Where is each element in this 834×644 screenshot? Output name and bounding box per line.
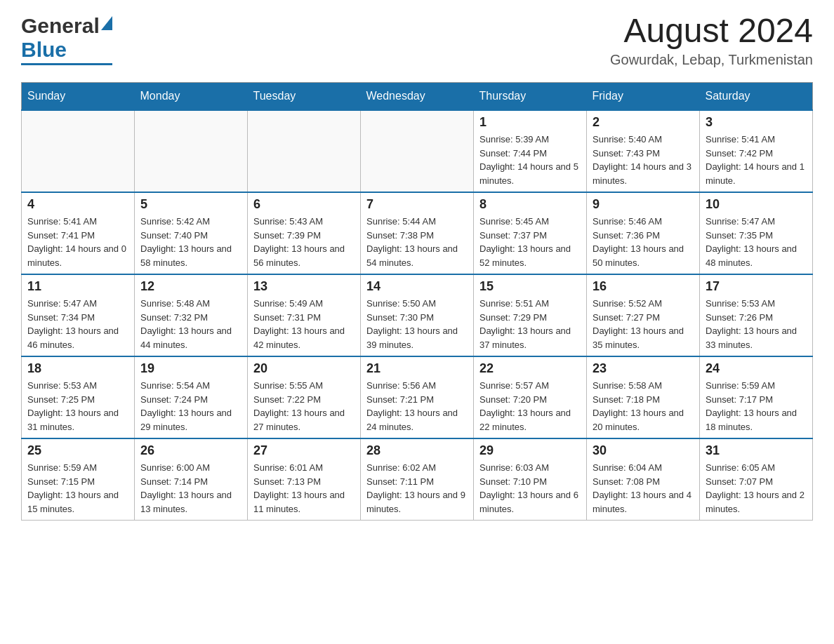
calendar-cell: 8Sunrise: 5:45 AM Sunset: 7:37 PM Daylig…	[474, 192, 587, 274]
weekday-header-thursday: Thursday	[474, 83, 587, 111]
day-info: Sunrise: 6:02 AM Sunset: 7:11 PM Dayligh…	[366, 461, 468, 516]
day-info: Sunrise: 5:47 AM Sunset: 7:34 PM Dayligh…	[27, 297, 128, 351]
calendar-cell: 31Sunrise: 6:05 AM Sunset: 7:07 PM Dayli…	[700, 438, 813, 521]
day-info: Sunrise: 5:53 AM Sunset: 7:25 PM Dayligh…	[27, 379, 128, 434]
day-info: Sunrise: 5:50 AM Sunset: 7:30 PM Dayligh…	[366, 297, 468, 351]
calendar-cell: 23Sunrise: 5:58 AM Sunset: 7:18 PM Dayli…	[587, 356, 700, 438]
weekday-row: SundayMondayTuesdayWednesdayThursdayFrid…	[22, 83, 813, 111]
day-number: 23	[593, 361, 694, 376]
logo-blue-text: Blue	[21, 38, 67, 62]
calendar-cell: 2Sunrise: 5:40 AM Sunset: 7:43 PM Daylig…	[587, 110, 700, 192]
day-info: Sunrise: 5:51 AM Sunset: 7:29 PM Dayligh…	[479, 297, 581, 351]
day-info: Sunrise: 5:41 AM Sunset: 7:42 PM Dayligh…	[706, 133, 807, 187]
location-label: Gowurdak, Lebap, Turkmenistan	[610, 52, 813, 68]
day-number: 9	[593, 197, 694, 212]
calendar-cell	[361, 110, 474, 192]
calendar-cell: 15Sunrise: 5:51 AM Sunset: 7:29 PM Dayli…	[474, 274, 587, 356]
day-number: 6	[253, 197, 355, 212]
calendar-cell: 13Sunrise: 5:49 AM Sunset: 7:31 PM Dayli…	[248, 274, 361, 356]
calendar-cell	[22, 110, 135, 192]
calendar-cell: 6Sunrise: 5:43 AM Sunset: 7:39 PM Daylig…	[248, 192, 361, 274]
calendar-cell: 20Sunrise: 5:55 AM Sunset: 7:22 PM Dayli…	[248, 356, 361, 438]
weekday-header-saturday: Saturday	[700, 83, 813, 111]
day-number: 11	[27, 279, 128, 294]
calendar-cell: 22Sunrise: 5:57 AM Sunset: 7:20 PM Dayli…	[474, 356, 587, 438]
day-info: Sunrise: 5:42 AM Sunset: 7:40 PM Dayligh…	[140, 215, 241, 269]
calendar-cell: 11Sunrise: 5:47 AM Sunset: 7:34 PM Dayli…	[22, 274, 135, 356]
month-year-title: August 2024	[610, 14, 813, 48]
day-info: Sunrise: 5:59 AM Sunset: 7:17 PM Dayligh…	[706, 379, 807, 434]
calendar-week-5: 25Sunrise: 5:59 AM Sunset: 7:15 PM Dayli…	[22, 438, 813, 521]
day-info: Sunrise: 5:49 AM Sunset: 7:31 PM Dayligh…	[253, 297, 355, 351]
calendar-cell: 7Sunrise: 5:44 AM Sunset: 7:38 PM Daylig…	[361, 192, 474, 274]
weekday-header-friday: Friday	[587, 83, 700, 111]
calendar-cell: 26Sunrise: 6:00 AM Sunset: 7:14 PM Dayli…	[135, 438, 248, 521]
day-number: 20	[253, 361, 355, 376]
day-info: Sunrise: 5:52 AM Sunset: 7:27 PM Dayligh…	[593, 297, 694, 351]
day-info: Sunrise: 5:56 AM Sunset: 7:21 PM Dayligh…	[366, 379, 468, 434]
weekday-header-wednesday: Wednesday	[361, 83, 474, 111]
calendar-cell	[248, 110, 361, 192]
calendar-cell: 21Sunrise: 5:56 AM Sunset: 7:21 PM Dayli…	[361, 356, 474, 438]
weekday-header-tuesday: Tuesday	[248, 83, 361, 111]
day-info: Sunrise: 6:01 AM Sunset: 7:13 PM Dayligh…	[253, 461, 355, 516]
day-number: 24	[706, 361, 807, 376]
day-number: 13	[253, 279, 355, 294]
title-section: August 2024 Gowurdak, Lebap, Turkmenista…	[610, 14, 813, 68]
day-number: 27	[253, 443, 355, 458]
calendar-week-4: 18Sunrise: 5:53 AM Sunset: 7:25 PM Dayli…	[22, 356, 813, 438]
day-info: Sunrise: 6:00 AM Sunset: 7:14 PM Dayligh…	[140, 461, 241, 516]
day-number: 30	[593, 443, 694, 458]
day-number: 25	[27, 443, 128, 458]
day-info: Sunrise: 5:46 AM Sunset: 7:36 PM Dayligh…	[593, 215, 694, 269]
calendar-cell: 1Sunrise: 5:39 AM Sunset: 7:44 PM Daylig…	[474, 110, 587, 192]
day-number: 22	[479, 361, 581, 376]
day-number: 26	[140, 443, 241, 458]
day-number: 7	[366, 197, 468, 212]
day-info: Sunrise: 5:57 AM Sunset: 7:20 PM Dayligh…	[479, 379, 581, 434]
calendar-cell: 16Sunrise: 5:52 AM Sunset: 7:27 PM Dayli…	[587, 274, 700, 356]
calendar-cell: 17Sunrise: 5:53 AM Sunset: 7:26 PM Dayli…	[700, 274, 813, 356]
calendar-week-3: 11Sunrise: 5:47 AM Sunset: 7:34 PM Dayli…	[22, 274, 813, 356]
calendar-cell: 4Sunrise: 5:41 AM Sunset: 7:41 PM Daylig…	[22, 192, 135, 274]
calendar-cell: 18Sunrise: 5:53 AM Sunset: 7:25 PM Dayli…	[22, 356, 135, 438]
day-number: 10	[706, 197, 807, 212]
day-number: 1	[479, 115, 581, 130]
day-number: 12	[140, 279, 241, 294]
day-info: Sunrise: 5:44 AM Sunset: 7:38 PM Dayligh…	[366, 215, 468, 269]
logo-triangle-icon	[101, 16, 112, 30]
logo: General Blue	[21, 14, 112, 65]
day-info: Sunrise: 5:55 AM Sunset: 7:22 PM Dayligh…	[253, 379, 355, 434]
day-number: 19	[140, 361, 241, 376]
weekday-header-sunday: Sunday	[22, 83, 135, 111]
calendar-cell: 3Sunrise: 5:41 AM Sunset: 7:42 PM Daylig…	[700, 110, 813, 192]
calendar-cell: 9Sunrise: 5:46 AM Sunset: 7:36 PM Daylig…	[587, 192, 700, 274]
calendar-cell: 27Sunrise: 6:01 AM Sunset: 7:13 PM Dayli…	[248, 438, 361, 521]
calendar-cell: 30Sunrise: 6:04 AM Sunset: 7:08 PM Dayli…	[587, 438, 700, 521]
calendar-cell: 25Sunrise: 5:59 AM Sunset: 7:15 PM Dayli…	[22, 438, 135, 521]
day-number: 8	[479, 197, 581, 212]
weekday-header-monday: Monday	[135, 83, 248, 111]
calendar-body: 1Sunrise: 5:39 AM Sunset: 7:44 PM Daylig…	[22, 110, 813, 521]
day-info: Sunrise: 5:39 AM Sunset: 7:44 PM Dayligh…	[479, 133, 581, 187]
logo-general-text: General	[21, 14, 100, 38]
calendar-cell: 5Sunrise: 5:42 AM Sunset: 7:40 PM Daylig…	[135, 192, 248, 274]
page-header: General Blue August 2024 Gowurdak, Lebap…	[21, 14, 813, 68]
day-info: Sunrise: 6:03 AM Sunset: 7:10 PM Dayligh…	[479, 461, 581, 516]
calendar-cell: 12Sunrise: 5:48 AM Sunset: 7:32 PM Dayli…	[135, 274, 248, 356]
calendar-week-2: 4Sunrise: 5:41 AM Sunset: 7:41 PM Daylig…	[22, 192, 813, 274]
day-number: 28	[366, 443, 468, 458]
day-info: Sunrise: 5:40 AM Sunset: 7:43 PM Dayligh…	[593, 133, 694, 187]
calendar-cell: 24Sunrise: 5:59 AM Sunset: 7:17 PM Dayli…	[700, 356, 813, 438]
day-info: Sunrise: 5:53 AM Sunset: 7:26 PM Dayligh…	[706, 297, 807, 351]
day-info: Sunrise: 5:59 AM Sunset: 7:15 PM Dayligh…	[27, 461, 128, 516]
calendar-cell: 19Sunrise: 5:54 AM Sunset: 7:24 PM Dayli…	[135, 356, 248, 438]
day-info: Sunrise: 5:45 AM Sunset: 7:37 PM Dayligh…	[479, 215, 581, 269]
logo-underline	[21, 63, 112, 65]
day-number: 15	[479, 279, 581, 294]
day-info: Sunrise: 5:47 AM Sunset: 7:35 PM Dayligh…	[706, 215, 807, 269]
calendar-cell: 10Sunrise: 5:47 AM Sunset: 7:35 PM Dayli…	[700, 192, 813, 274]
day-number: 4	[27, 197, 128, 212]
day-number: 29	[479, 443, 581, 458]
calendar-cell: 28Sunrise: 6:02 AM Sunset: 7:11 PM Dayli…	[361, 438, 474, 521]
